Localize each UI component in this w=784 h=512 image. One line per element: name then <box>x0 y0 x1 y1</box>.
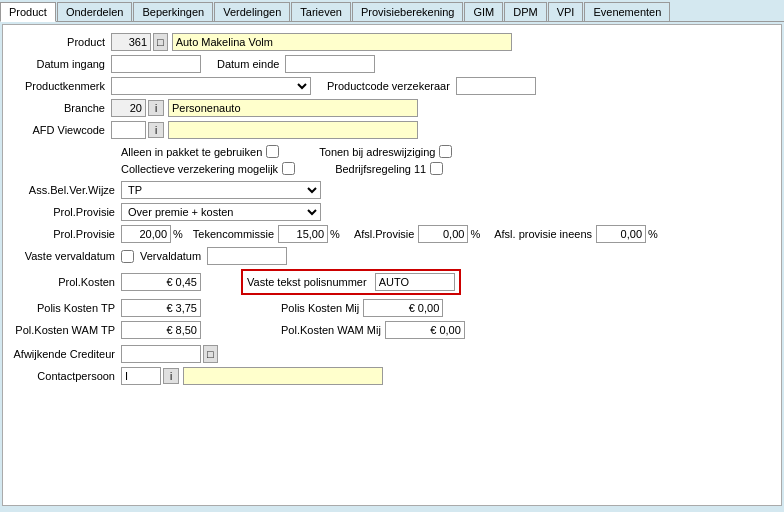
contactpersoon-info-button[interactable]: i <box>163 368 179 384</box>
tonen-adreswijziging-label: Tonen bij adreswijziging <box>319 146 435 158</box>
afwijkende-crediteur-lookup-button[interactable]: □ <box>203 345 218 363</box>
tab-vpi[interactable]: VPI <box>548 2 584 21</box>
vaste-tekst-input[interactable] <box>375 273 455 291</box>
afd-viewcode-input[interactable] <box>111 121 146 139</box>
afd-viewcode-name-input[interactable] <box>168 121 418 139</box>
branche-id-input[interactable] <box>111 99 146 117</box>
prol-kosten-row: Prol.Kosten Vaste tekst polisnummer <box>11 269 773 295</box>
polis-kosten-tp-input[interactable] <box>121 299 201 317</box>
afsl-provisie-input[interactable] <box>418 225 468 243</box>
datum-einde-label: Datum einde <box>217 58 279 70</box>
prol-kosten-input[interactable] <box>121 273 201 291</box>
datum-ingang-input[interactable] <box>111 55 201 73</box>
bedrijfsregeling-checkbox[interactable] <box>430 162 443 175</box>
productcode-verzekeraar-input[interactable] <box>456 77 536 95</box>
contactpersoon-row: Contactpersoon i <box>11 367 773 385</box>
tab-dpm[interactable]: DPM <box>504 2 546 21</box>
prol-provisie-dropdown-row: Prol.Provisie Over premie + kosten <box>11 203 773 221</box>
prol-provisie-pct-row: Prol.Provisie % Tekencommissie % Afsl.Pr… <box>11 225 773 243</box>
pol-kosten-wam-row: Pol.Kosten WAM TP Pol.Kosten WAM Mij <box>11 321 773 339</box>
afsl-provisie-ineens-pct-symbol: % <box>648 228 658 240</box>
tab-gim[interactable]: GIM <box>464 2 503 21</box>
vaste-tekst-highlight: Vaste tekst polisnummer <box>241 269 461 295</box>
productkenmerk-label: Productkenmerk <box>11 80 111 92</box>
tab-beperkingen[interactable]: Beperkingen <box>133 2 213 21</box>
branche-label: Branche <box>11 102 111 114</box>
afwijkende-crediteur-row: Afwijkende Crediteur □ <box>11 345 773 363</box>
tekencommissie-label: Tekencommissie <box>193 228 274 240</box>
alleen-pakket-label: Alleen in pakket te gebruiken <box>121 146 262 158</box>
prol-provisie-dropdown-label: Prol.Provisie <box>11 206 121 218</box>
prol-provisie-pct-symbol: % <box>173 228 183 240</box>
product-label: Product <box>11 36 111 48</box>
contactpersoon-label: Contactpersoon <box>11 370 121 382</box>
tab-tarieven[interactable]: Tarieven <box>291 2 351 21</box>
pol-kosten-wam-mij-label: Pol.Kosten WAM Mij <box>281 324 381 336</box>
tab-product[interactable]: Product <box>0 2 56 22</box>
productkenmerk-select[interactable] <box>111 77 311 95</box>
afsl-provisie-label: Afsl.Provisie <box>354 228 415 240</box>
afd-viewcode-row: AFD Viewcode i <box>11 121 773 139</box>
tab-onderdelen[interactable]: Onderdelen <box>57 2 133 21</box>
checkboxes-row2: Collectieve verzekering mogelijk Bedrijf… <box>121 162 773 175</box>
pol-kosten-wam-tp-label: Pol.Kosten WAM TP <box>11 324 121 336</box>
prol-provisie2-label: Prol.Provisie <box>11 228 121 240</box>
branche-name-input[interactable] <box>168 99 418 117</box>
vervaldatum-input[interactable] <box>207 247 287 265</box>
datum-einde-input[interactable] <box>285 55 375 73</box>
productcode-verzekeraar-label: Productcode verzekeraar <box>327 80 450 92</box>
tab-bar: Product Onderdelen Beperkingen Verdeling… <box>0 0 784 22</box>
ass-bel-label: Ass.Bel.Ver.Wijze <box>11 184 121 196</box>
afwijkende-crediteur-input[interactable] <box>121 345 201 363</box>
afwijkende-crediteur-label: Afwijkende Crediteur <box>11 348 121 360</box>
afd-viewcode-label: AFD Viewcode <box>11 124 111 136</box>
tab-verdelingen[interactable]: Verdelingen <box>214 2 290 21</box>
tekencommissie-input[interactable] <box>278 225 328 243</box>
main-panel: Product □ Datum ingang Datum einde Produ… <box>2 24 782 506</box>
datum-ingang-label: Datum ingang <box>11 58 111 70</box>
afsl-provisie-ineens-label: Afsl. provisie ineens <box>494 228 592 240</box>
tab-evenementen[interactable]: Evenementen <box>584 2 670 21</box>
prol-kosten-label: Prol.Kosten <box>11 276 121 288</box>
product-id-input[interactable] <box>111 33 151 51</box>
vaste-vervaldatum-label: Vaste vervaldatum <box>11 250 121 262</box>
product-name-input[interactable] <box>172 33 512 51</box>
polis-kosten-tp-label: Polis Kosten TP <box>11 302 121 314</box>
product-lookup-button[interactable]: □ <box>153 33 168 51</box>
collectieve-verzekering-label: Collectieve verzekering mogelijk <box>121 163 278 175</box>
datum-row: Datum ingang Datum einde <box>11 55 773 73</box>
checkboxes-row1: Alleen in pakket te gebruiken Tonen bij … <box>121 145 773 158</box>
ass-bel-select[interactable]: TP <box>121 181 321 199</box>
vaste-tekst-polisnummer-label: Vaste tekst polisnummer <box>247 276 367 288</box>
prol-provisie-select[interactable]: Over premie + kosten <box>121 203 321 221</box>
vaste-vervaldatum-checkbox[interactable] <box>121 250 134 263</box>
tekencommissie-pct-symbol: % <box>330 228 340 240</box>
polis-kosten-mij-label: Polis Kosten Mij <box>281 302 359 314</box>
pol-kosten-wam-tp-input[interactable] <box>121 321 201 339</box>
polis-kosten-row: Polis Kosten TP Polis Kosten Mij <box>11 299 773 317</box>
pol-kosten-wam-mij-input[interactable] <box>385 321 465 339</box>
afd-viewcode-info-button[interactable]: i <box>148 122 164 138</box>
afsl-provisie-pct-symbol: % <box>470 228 480 240</box>
branche-info-button[interactable]: i <box>148 100 164 116</box>
polis-kosten-mij-input[interactable] <box>363 299 443 317</box>
productkenmerk-row: Productkenmerk Productcode verzekeraar <box>11 77 773 95</box>
prol-provisie-pct-input[interactable] <box>121 225 171 243</box>
afsl-provisie-ineens-input[interactable] <box>596 225 646 243</box>
bedrijfsregeling-label: Bedrijfsregeling 11 <box>335 163 426 175</box>
contactpersoon-name-input[interactable] <box>183 367 383 385</box>
tab-provisieberekening[interactable]: Provisieberekening <box>352 2 464 21</box>
branche-row: Branche i <box>11 99 773 117</box>
collectieve-verzekering-checkbox[interactable] <box>282 162 295 175</box>
contactpersoon-input[interactable] <box>121 367 161 385</box>
vervaldatum-label: Vervaldatum <box>140 250 201 262</box>
vaste-vervaldatum-row: Vaste vervaldatum Vervaldatum <box>11 247 773 265</box>
alleen-pakket-checkbox[interactable] <box>266 145 279 158</box>
tonen-adreswijziging-checkbox[interactable] <box>439 145 452 158</box>
ass-bel-row: Ass.Bel.Ver.Wijze TP <box>11 181 773 199</box>
product-row: Product □ <box>11 33 773 51</box>
